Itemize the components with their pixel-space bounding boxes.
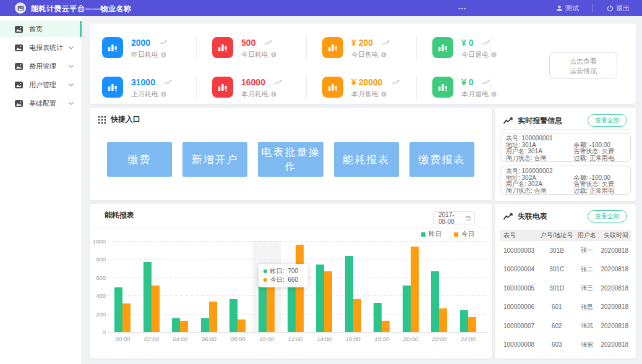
sidebar-item-label: 费用管理 [29, 62, 56, 71]
image-icon [15, 44, 23, 51]
cell: 100000005 [500, 285, 539, 292]
info-icon[interactable] [491, 52, 497, 57]
image-icon [15, 82, 23, 88]
image-icon [15, 26, 23, 33]
quick-button-电表批量操作[interactable]: 电表批量操作 [258, 142, 323, 177]
alert-meter-no: 表号: 100000002 [506, 168, 625, 175]
alert-field: 过载: 正常用电 [573, 188, 614, 195]
legend-今日[interactable]: 今日 [454, 230, 474, 239]
bar-chart-icon [212, 77, 233, 98]
trend-mini-icon [264, 40, 272, 46]
header-collapse-dots[interactable]: ... [458, 2, 466, 11]
sidebar-item-label: 首页 [29, 25, 43, 34]
bar-chart-icon [102, 77, 123, 98]
cell: 601 [539, 303, 575, 310]
y-tick: 0 [91, 329, 106, 336]
quick-button-缴费[interactable]: 缴费 [107, 142, 172, 177]
legend-昨日[interactable]: 昨日 [421, 230, 442, 239]
bar-今日-06:00 [209, 302, 217, 332]
gridline-1000 [108, 241, 489, 242]
user-menu[interactable]: 测试 [556, 4, 579, 13]
date-picker[interactable]: 2017-08-08 [433, 211, 475, 224]
alert-field: 闸刀状态: 合闸 [506, 188, 573, 195]
app-header: 能耗计费云平台——物业名称 ... 测试 退出 [0, 0, 642, 16]
bar-今日-24:00 [468, 317, 476, 332]
sidebar-item-首页[interactable]: 首页 [0, 21, 82, 37]
view-operations-button[interactable]: 点击查看 运营情况 [549, 52, 617, 79]
offline-title: 失联电表 [518, 211, 547, 222]
logout-button[interactable]: 退出 [607, 4, 630, 13]
bar-chart-icon [212, 37, 233, 58]
divider [196, 35, 197, 60]
bar-昨日-06:00 [201, 318, 209, 332]
alert-field: 告警状态: 欠费 [573, 148, 614, 155]
stat-今日退电: ¥ 0今日退电 [432, 37, 525, 59]
user-icon [556, 5, 563, 12]
stat-本月售电: ¥ 20000本月售电 [322, 77, 415, 99]
sidebar-item-电报表统计[interactable]: 电报表统计 [0, 40, 82, 56]
stat-今日耗电: 500今日耗电 [212, 37, 305, 59]
bar-chart-icon [432, 37, 453, 58]
cell: 20200818 [599, 303, 631, 310]
table-row: 100000006601张思20200818 [500, 298, 631, 317]
x-label: 12:00 [281, 336, 310, 342]
quick-entry-card: 快捷入口 缴费新增开户电表批量操作能耗报表缴费报表 [90, 108, 492, 200]
info-icon[interactable] [491, 91, 497, 97]
stat-value: ¥ 200 [351, 38, 373, 48]
stat-今日售电: ¥ 200今日售电 [322, 37, 415, 59]
legend-label: 昨日 [429, 230, 442, 239]
quick-button-新增开户[interactable]: 新增开户 [182, 142, 247, 177]
info-icon[interactable] [381, 91, 387, 97]
cell: 100000003 [500, 247, 539, 254]
alerts-view-all-button[interactable]: 查看全部 [588, 114, 627, 127]
bar-昨日-20:00 [403, 286, 411, 332]
info-icon[interactable] [161, 52, 166, 57]
bar-昨日-14:00 [316, 265, 324, 332]
trend-mini-icon [159, 40, 167, 46]
stat-value: 2000 [131, 38, 150, 48]
cell: 100000008 [500, 341, 539, 348]
table-row: 100000003301B张一20200818 [500, 241, 631, 260]
info-icon[interactable] [271, 52, 276, 57]
image-icon [15, 63, 23, 70]
bar-今日-12:00 [296, 245, 304, 332]
cell: 张二 [575, 265, 599, 274]
table-row: 100000005301D张三20200818 [500, 279, 631, 298]
cell: 603 [539, 341, 575, 348]
divider [416, 75, 417, 99]
bar-今日-16:00 [353, 299, 361, 332]
offline-view-all-button[interactable]: 查看全部 [588, 210, 627, 222]
info-icon[interactable] [161, 91, 166, 97]
chart-title: 能耗报表 [105, 210, 134, 221]
trend-icon [503, 213, 513, 220]
divider [501, 129, 630, 130]
stat-label: 今日售电 [351, 50, 379, 59]
sidebar: 首页电报表统计费用管理用户管理基础配置 [0, 16, 82, 364]
bar-今日-20:00 [411, 247, 419, 332]
ops-line2: 运营情况 [550, 66, 617, 76]
sidebar-item-label: 电报表统计 [29, 43, 63, 53]
sidebar-item-用户管理[interactable]: 用户管理 [0, 77, 82, 93]
x-label: 08:00 [223, 336, 252, 342]
image-icon [17, 6, 24, 11]
info-icon[interactable] [381, 52, 387, 57]
y-tick: 1000 [91, 238, 106, 245]
y-tick: 800 [91, 256, 106, 263]
sidebar-item-基础配置[interactable]: 基础配置 [0, 95, 82, 111]
x-label: 14:00 [310, 336, 339, 342]
bar-今日-22:00 [439, 308, 447, 332]
table-row: 100000008603张留20200818 [500, 336, 631, 355]
table-row: 100000004301C张二20200818 [500, 260, 631, 279]
bar-昨日-24:00 [460, 310, 468, 332]
quick-button-缴费报表[interactable]: 缴费报表 [409, 142, 474, 177]
sidebar-item-label: 基础配置 [29, 99, 56, 108]
quick-button-能耗报表[interactable]: 能耗报表 [334, 142, 399, 177]
x-label: 22:00 [425, 336, 454, 342]
info-icon[interactable] [271, 91, 276, 97]
sidebar-item-费用管理[interactable]: 费用管理 [0, 58, 82, 74]
stat-上月耗电: 31000上月耗电 [102, 77, 195, 99]
stat-value: 16000 [241, 77, 265, 87]
stat-value: ¥ 20000 [351, 77, 383, 87]
cell: 602 [539, 323, 575, 329]
col-header: 表号 [500, 231, 539, 240]
